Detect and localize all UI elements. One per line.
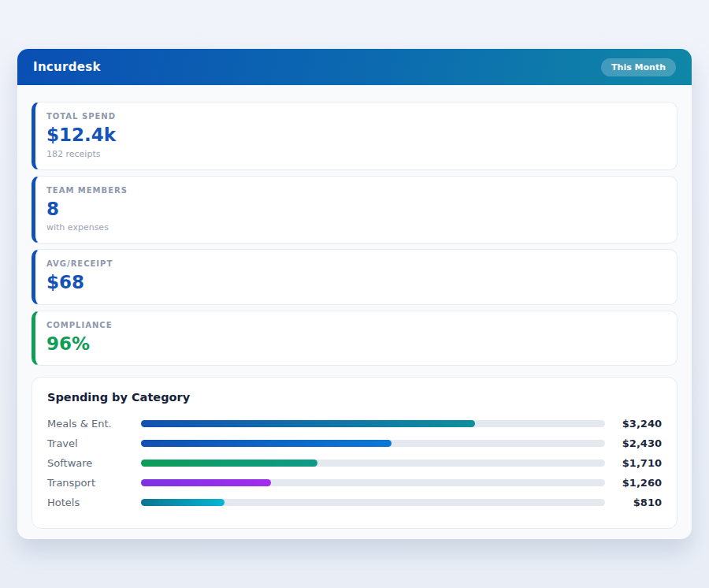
stat-label: TEAM MEMBERS xyxy=(46,186,663,195)
stat-card-compliance: COMPLIANCE 96% xyxy=(32,311,677,367)
category-bar-track xyxy=(141,440,605,447)
app-title: Incurdesk xyxy=(33,60,101,74)
category-bar-track xyxy=(141,499,605,506)
category-label: Meals & Ent. xyxy=(47,418,141,430)
stat-card-total-spend: TOTAL SPEND $12.4k 182 receipts xyxy=(32,102,677,170)
category-row-software: Software $1,710 xyxy=(47,453,662,473)
category-row-hotels: Hotels $810 xyxy=(47,493,662,512)
stat-card-avg-receipt: AVG/RECEIPT $68 xyxy=(32,249,677,305)
stat-label: AVG/RECEIPT xyxy=(46,259,663,268)
stat-card-team-members: TEAM MEMBERS 8 with expenses xyxy=(32,176,677,244)
spending-by-category-card: Spending by Category Meals & Ent. $3,240… xyxy=(32,377,677,529)
stat-sublabel: with expenses xyxy=(46,222,663,233)
stat-value: 8 xyxy=(46,199,663,221)
stat-label: TOTAL SPEND xyxy=(46,112,663,121)
stat-value: $68 xyxy=(46,272,663,294)
category-label: Hotels xyxy=(47,497,141,508)
category-bar-fill xyxy=(141,499,225,506)
dashboard-card: Incurdesk This Month TOTAL SPEND $12.4k … xyxy=(17,49,692,539)
stat-sublabel: 182 receipts xyxy=(46,149,663,159)
category-bar-track xyxy=(141,420,605,427)
category-bar-fill xyxy=(141,420,475,427)
category-bar-fill xyxy=(141,440,392,447)
category-bar-fill xyxy=(141,479,271,486)
app-header: Incurdesk This Month xyxy=(17,49,692,85)
category-value: $810 xyxy=(605,497,662,508)
category-row-travel: Travel $2,430 xyxy=(47,434,662,453)
category-bar-fill xyxy=(141,460,317,467)
stat-value: 96% xyxy=(46,333,663,355)
category-label: Travel xyxy=(47,437,141,449)
category-value: $1,260 xyxy=(605,477,662,489)
category-value: $1,710 xyxy=(605,457,662,469)
period-badge[interactable]: This Month xyxy=(601,58,676,76)
stat-label: COMPLIANCE xyxy=(46,321,663,329)
category-value: $2,430 xyxy=(605,437,662,449)
category-bar-track xyxy=(141,479,605,486)
stat-value: $12.4k xyxy=(46,125,663,147)
category-bar-track xyxy=(141,460,605,467)
category-value: $3,240 xyxy=(605,418,662,430)
category-row-meals: Meals & Ent. $3,240 xyxy=(47,414,662,434)
spending-card-title: Spending by Category xyxy=(47,391,662,404)
category-label: Transport xyxy=(47,477,141,489)
dashboard-content: TOTAL SPEND $12.4k 182 receipts TEAM MEM… xyxy=(17,85,692,529)
category-label: Software xyxy=(47,457,141,469)
category-row-transport: Transport $1,260 xyxy=(47,473,662,493)
